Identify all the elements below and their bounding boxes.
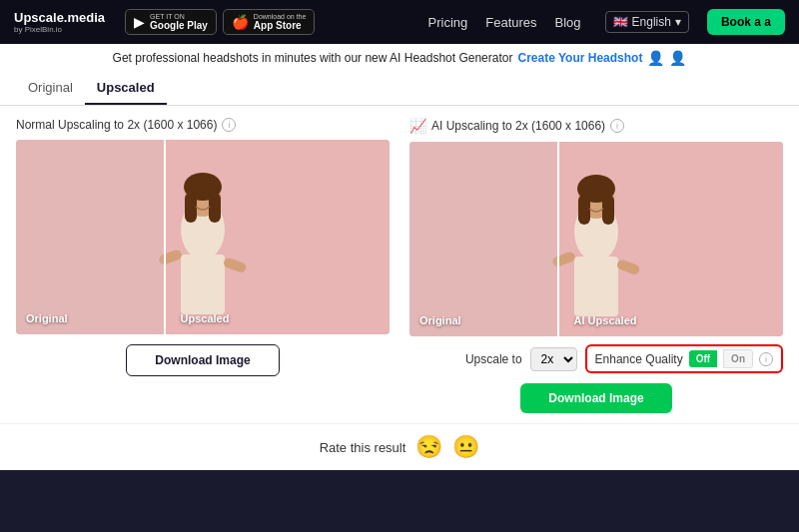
language-label: English xyxy=(632,15,671,29)
announce-text: Get professional headshots in minutes wi… xyxy=(113,51,513,65)
tab-original[interactable]: Original xyxy=(16,72,85,105)
enhance-off-button[interactable]: Off xyxy=(689,350,717,367)
left-image-compare: Original Upscaled xyxy=(16,140,390,334)
enhance-quality-box: Enhance Quality Off On i xyxy=(585,344,783,373)
rating-label: Rate this result xyxy=(320,440,406,455)
controls-row: Upscale to 2x 4x Enhance Quality Off On … xyxy=(409,344,783,373)
svg-rect-9 xyxy=(574,257,618,316)
left-download-row: Download Image xyxy=(16,344,390,376)
svg-rect-7 xyxy=(223,257,248,273)
left-panel: Normal Upscaling to 2x (1600 x 1066) i xyxy=(16,118,390,413)
ai-upscale-icon: 📈 xyxy=(409,118,426,134)
right-info-icon[interactable]: i xyxy=(610,119,624,133)
book-button[interactable]: Book a a xyxy=(707,9,785,35)
apple-icon: 🍎 xyxy=(232,14,249,30)
enhance-info-icon[interactable]: i xyxy=(759,352,773,366)
right-download-button[interactable]: Download Image xyxy=(520,383,671,413)
google-play-button[interactable]: ▶ GET IT ON Google Play xyxy=(125,9,217,35)
flag-icon: 🇬🇧 xyxy=(613,15,628,29)
label-original-left: Original xyxy=(26,312,68,324)
rating-row: Rate this result 😒 😐 xyxy=(0,423,799,470)
nav-pricing[interactable]: Pricing xyxy=(428,15,468,30)
main-content: Normal Upscaling to 2x (1600 x 1066) i xyxy=(0,106,799,423)
nav-links: Pricing Features Blog xyxy=(428,15,581,30)
svg-rect-4 xyxy=(185,193,197,223)
label-upscaled-left: Upscaled xyxy=(181,312,230,324)
store-buttons: ▶ GET IT ON Google Play 🍎 Download on th… xyxy=(125,9,315,35)
announce-link[interactable]: Create Your Headshot xyxy=(517,51,642,65)
left-split-overlay xyxy=(16,140,166,334)
label-ai-upscaled-right: AI Upscaled xyxy=(574,314,637,326)
language-selector[interactable]: 🇬🇧 English ▾ xyxy=(605,11,689,33)
announcement-bar: Get professional headshots in minutes wi… xyxy=(0,44,799,72)
right-panel-title: 📈 AI Upscaling to 2x (1600 x 1066) i xyxy=(409,118,783,134)
chevron-down-icon: ▾ xyxy=(675,15,681,29)
google-play-icon: ▶ xyxy=(134,14,145,30)
tab-upscaled[interactable]: Upscaled xyxy=(85,72,167,105)
right-download-row: Download Image xyxy=(409,383,783,413)
google-play-big-text: Google Play xyxy=(150,20,208,31)
app-store-big-text: App Store xyxy=(254,20,307,31)
person2-icon: 👤 xyxy=(669,50,686,66)
left-download-button[interactable]: Download Image xyxy=(126,344,279,376)
svg-rect-1 xyxy=(181,255,225,314)
svg-rect-12 xyxy=(578,195,590,225)
emoji-neutral[interactable]: 😐 xyxy=(452,434,479,460)
enhance-on-button[interactable]: On xyxy=(723,349,753,368)
left-panel-title: Normal Upscaling to 2x (1600 x 1066) i xyxy=(16,118,390,132)
nav-features[interactable]: Features xyxy=(485,15,536,30)
right-split-overlay xyxy=(409,142,559,336)
logo-sub: by PixelBin.io xyxy=(14,25,105,34)
logo-text: Upscale.media xyxy=(14,10,105,25)
app-store-button[interactable]: 🍎 Download on the App Store xyxy=(223,9,316,35)
google-play-small-text: GET IT ON xyxy=(150,13,208,20)
svg-rect-13 xyxy=(602,195,614,225)
tabs-bar: Original Upscaled xyxy=(0,72,799,106)
logo-area: Upscale.media by PixelBin.io xyxy=(14,10,105,34)
upscale-to-label: Upscale to xyxy=(465,352,522,366)
nav-blog[interactable]: Blog xyxy=(555,15,581,30)
right-image-compare: Original AI Upscaled xyxy=(409,142,783,336)
upscale-select[interactable]: 2x 4x xyxy=(530,347,577,371)
svg-rect-5 xyxy=(209,193,221,223)
header: Upscale.media by PixelBin.io ▶ GET IT ON… xyxy=(0,0,799,44)
enhance-quality-label: Enhance Quality xyxy=(595,352,683,366)
label-original-right: Original xyxy=(419,314,461,326)
svg-rect-15 xyxy=(616,259,641,275)
emoji-sad[interactable]: 😒 xyxy=(415,434,442,460)
app-store-small-text: Download on the xyxy=(254,13,307,20)
person-icon: 👤 xyxy=(647,50,664,66)
left-info-icon[interactable]: i xyxy=(222,118,236,132)
right-panel: 📈 AI Upscaling to 2x (1600 x 1066) i Ori… xyxy=(409,118,783,413)
